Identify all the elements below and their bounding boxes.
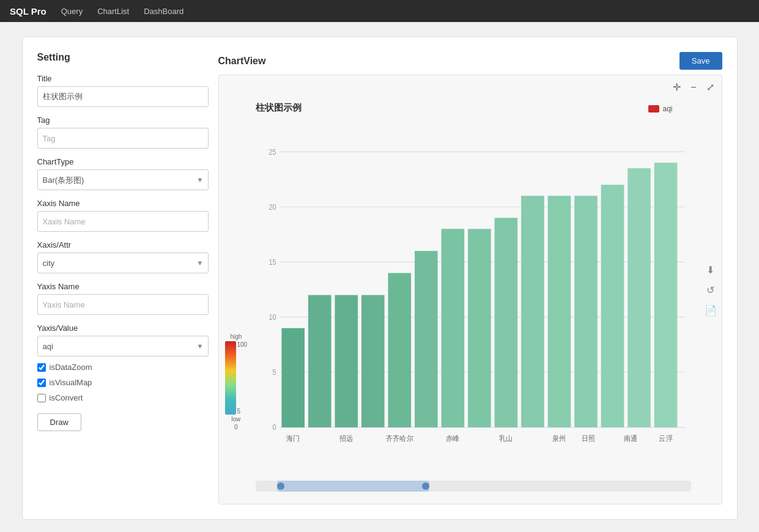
bar-5: [388, 273, 411, 427]
data-zoom-slider[interactable]: [256, 481, 691, 492]
svg-text:南通: 南通: [623, 434, 637, 443]
nav-query[interactable]: Query: [61, 7, 83, 16]
visual-map-gradient: [225, 341, 236, 415]
chart-header: ChartView Save: [218, 52, 722, 70]
data-zoom-range: [277, 481, 429, 492]
save-button[interactable]: Save: [679, 52, 722, 70]
bar-3: [335, 295, 358, 427]
nav-logo: SQL Pro: [10, 6, 46, 17]
charttype-label: ChartType: [37, 157, 209, 166]
nav-chartlist[interactable]: ChartList: [97, 7, 129, 16]
bar-2: [308, 295, 331, 427]
isdatazoom-label[interactable]: isDataZoom: [50, 363, 92, 372]
xaxis-name-input[interactable]: [37, 211, 209, 232]
chart-panel: ChartView Save ✛ − ⤢ 柱状图示例 aqi: [218, 52, 722, 504]
isvisualmap-row: isVisualMap: [37, 378, 209, 387]
setting-title: Setting: [37, 52, 209, 63]
svg-text:赤峰: 赤峰: [446, 434, 459, 443]
title-label: Title: [37, 74, 209, 83]
data-zoom-handle-left[interactable]: [277, 482, 284, 490]
nav-dashboard[interactable]: DashBoard: [144, 7, 183, 16]
yaxis-name-label: Yaxis Name: [37, 282, 209, 291]
bar-8: [468, 229, 491, 427]
isdatazoom-row: isDataZoom: [37, 363, 209, 372]
svg-text:招远: 招远: [339, 434, 353, 443]
bar-1: [281, 328, 305, 427]
tag-label: Tag: [37, 116, 209, 125]
svg-text:齐齐哈尔: 齐齐哈尔: [385, 434, 413, 443]
bar-10: [521, 196, 544, 427]
bar-7: [441, 229, 464, 427]
bar-6: [415, 251, 438, 427]
svg-text:15: 15: [268, 257, 276, 266]
yaxis-value-label: Yaxis/Value: [37, 323, 209, 333]
chart-title: 柱状图示例: [256, 102, 302, 114]
svg-text:海门: 海门: [286, 434, 300, 443]
minus-icon[interactable]: −: [688, 81, 698, 94]
charttype-select-wrapper: Bar(条形图) Line(折线图) Pie(饼图) Scatter(散点图) …: [37, 169, 209, 190]
tag-input[interactable]: [37, 128, 209, 149]
svg-text:20: 20: [268, 202, 276, 211]
chart-toolbar: ✛ − ⤢: [670, 80, 716, 94]
chart-right-icons: ⬇ ↺ 📄: [705, 264, 717, 316]
isvisualmap-checkbox[interactable]: [37, 379, 46, 387]
xaxis-attr-label: Xaxis/Attr: [37, 240, 209, 249]
document-icon[interactable]: 📄: [705, 304, 717, 316]
expand-icon[interactable]: ⤢: [704, 80, 717, 94]
bar-13: [601, 185, 624, 427]
download-icon[interactable]: ⬇: [705, 264, 717, 275]
content-area: Setting Title Tag ChartType Bar(条形图) Lin…: [37, 52, 722, 504]
isvisualmap-label[interactable]: isVisualMap: [50, 378, 92, 387]
xaxis-name-label: Xaxis Name: [37, 199, 209, 208]
yaxis-value-select-wrapper: aqi pm25 pm10 ▼: [37, 336, 209, 357]
svg-text:25: 25: [268, 147, 276, 156]
isconvert-row: isConvert: [37, 393, 209, 402]
setting-panel: Setting Title Tag ChartType Bar(条形图) Lin…: [37, 52, 209, 504]
add-icon[interactable]: ✛: [670, 80, 683, 94]
charttype-select[interactable]: Bar(条形图) Line(折线图) Pie(饼图) Scatter(散点图): [37, 169, 209, 190]
chart-legend: aqi: [648, 105, 672, 113]
xaxis-attr-select-wrapper: city name date ▼: [37, 253, 209, 273]
svg-text:泉州: 泉州: [552, 434, 566, 443]
legend-color-box: [648, 105, 659, 113]
yaxis-value-select[interactable]: aqi pm25 pm10: [37, 336, 209, 357]
refresh-icon[interactable]: ↺: [705, 284, 717, 295]
visual-map-low-label: low: [231, 416, 240, 423]
legend-label: aqi: [662, 105, 672, 113]
bar-9: [494, 218, 517, 427]
title-input[interactable]: [37, 86, 209, 107]
bar-4: [361, 295, 385, 427]
svg-text:0: 0: [272, 423, 276, 432]
draw-button[interactable]: Draw: [37, 413, 81, 431]
svg-text:日照: 日照: [581, 434, 594, 443]
yaxis-name-input[interactable]: [37, 294, 209, 315]
xaxis-attr-select[interactable]: city name date: [37, 253, 209, 273]
bar-15: [654, 163, 677, 427]
bar-12: [574, 196, 598, 427]
svg-text:5: 5: [272, 368, 276, 377]
chart-area: ✛ − ⤢ 柱状图示例 aqi: [218, 75, 722, 504]
isconvert-label[interactable]: isConvert: [50, 393, 83, 402]
bar-chart-svg: 0 5 10 15 20: [250, 124, 697, 455]
main-container: Setting Title Tag ChartType Bar(条形图) Lin…: [22, 37, 738, 520]
visual-map-zero: 0: [234, 424, 238, 430]
svg-text:10: 10: [268, 312, 276, 321]
visual-map-5: 5: [237, 408, 248, 415]
chart-view-title: ChartView: [218, 56, 266, 67]
nav-bar: SQL Pro Query ChartList DashBoard: [0, 0, 759, 22]
svg-text:乳山: 乳山: [499, 434, 513, 443]
isdatazoom-checkbox[interactable]: [37, 363, 46, 372]
visual-map-high-label: high: [230, 333, 242, 340]
svg-text:云浮: 云浮: [659, 434, 672, 443]
visual-map-100: 100: [237, 341, 248, 348]
bar-14: [628, 168, 651, 427]
bar-11: [547, 196, 571, 427]
isconvert-checkbox[interactable]: [37, 394, 46, 402]
